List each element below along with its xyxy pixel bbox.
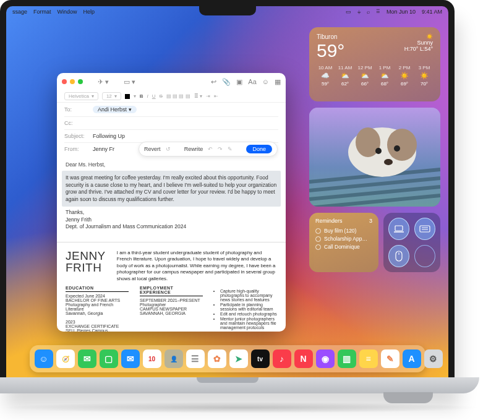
dock-app-facetime[interactable]: ▢ (100, 349, 118, 368)
menu-window[interactable]: Window (58, 9, 77, 15)
dock-app-podcasts[interactable]: ◉ (316, 349, 335, 368)
weather-hi: H:70° (404, 46, 419, 52)
from-value[interactable]: Jenny Fr (93, 146, 114, 152)
reminder-item[interactable]: Scholarship App… (315, 236, 372, 242)
send-icon[interactable]: ✈︎ ▾ (98, 78, 109, 86)
search-icon[interactable]: ⌕ (367, 9, 370, 15)
redo-icon[interactable]: ↷ (218, 146, 223, 152)
photo-image (309, 108, 440, 207)
format-icon[interactable]: Aa (248, 78, 256, 85)
dock: ☺🧭✉▢✉10👤☰✿➤tv♪N◉▥≡✎A⚙ ▣ 🗑️ (30, 345, 425, 372)
dock-app-messages[interactable]: ✉ (78, 349, 96, 368)
header-fields-icon[interactable]: ▭ ▾ (124, 78, 135, 86)
svg-point-8 (375, 148, 382, 154)
dock-app-finder[interactable]: ☺ (35, 349, 53, 368)
signature-dept: Dept. of Journalism and Mass Communicati… (66, 223, 277, 230)
strike-button[interactable]: S (160, 93, 163, 99)
done-button[interactable]: Done (246, 145, 272, 153)
desktop: ssage Format Window Help ▭ ⏚ ⌕ ⠿ Mon Jun… (6, 6, 448, 377)
emoji-icon[interactable]: ☺ (262, 78, 269, 85)
compose-icon[interactable]: ✎ (228, 146, 233, 152)
mail-body[interactable]: Dear Ms. Herbst, It was great meeting fo… (57, 155, 286, 237)
weather-hour: 12 PM⛅66° (356, 65, 374, 87)
sun-icon: ☀️ (404, 33, 433, 40)
weather-hour: 1 PM⛅68° (376, 65, 393, 87)
dock-app-news[interactable]: N (294, 349, 313, 368)
chevron-down-icon[interactable]: ▾ (134, 93, 136, 99)
reply-icon[interactable]: ↩︎ (211, 78, 216, 86)
revert-history-icon[interactable]: ↺ (166, 146, 171, 152)
font-color-swatch[interactable] (125, 94, 130, 99)
link-icon[interactable]: ▣ (236, 78, 242, 86)
reminders-widget[interactable]: Reminders 3 Buy film (120)Scholarship Ap… (309, 213, 378, 272)
reminder-item[interactable]: Buy film (120) (315, 228, 372, 234)
rewrite-button[interactable]: Rewrite (184, 146, 203, 152)
weather-widget[interactable]: Tiburon 59° ☀️ Sunny H:70° L:54° 10 AM☁️… (309, 27, 440, 101)
italic-button[interactable]: I (147, 93, 148, 99)
attach-icon[interactable]: 📎 (222, 78, 231, 86)
wifi-icon[interactable]: ⏚ (357, 9, 361, 15)
to-label: To: (64, 106, 89, 113)
dock-app-contacts[interactable]: 👤 (164, 349, 183, 368)
dock-app-calendar[interactable]: 10 (143, 349, 161, 368)
svg-point-9 (394, 145, 400, 152)
laptop-base (0, 377, 479, 393)
to-field-row[interactable]: To: Andi Herbst ▾ (64, 103, 278, 117)
menu-format[interactable]: Format (33, 9, 51, 15)
cc-field-row[interactable]: Cc: (64, 117, 278, 130)
menu-message[interactable]: ssage (12, 9, 27, 15)
menubar-date[interactable]: Mon Jun 10 (387, 9, 416, 15)
control-center-icon[interactable]: ⠿ (376, 9, 380, 15)
subject-field-row[interactable]: Subject: Following Up (64, 130, 278, 143)
font-size-select[interactable]: 12 ▾ (102, 92, 121, 100)
rewritten-paragraph: It was great meeting for coffee yesterda… (62, 171, 281, 207)
indent-left-button[interactable]: ⇤ (214, 93, 218, 99)
list-button[interactable]: ≣ ▾ (194, 93, 202, 99)
undo-icon[interactable]: ↶ (208, 146, 213, 152)
align-buttons[interactable]: ▤ ▤ ▤ ▤ (166, 93, 190, 99)
dock-app-appstore[interactable]: A (403, 349, 421, 368)
dock-app-tv[interactable]: tv (251, 349, 270, 368)
svg-rect-13 (420, 226, 430, 232)
dock-app-safari[interactable]: 🧭 (56, 349, 75, 368)
battery-icon[interactable]: ▭ (346, 9, 351, 15)
greeting-text: Dear Ms. Herbst, (66, 161, 277, 168)
dock-app-freeform[interactable]: ✎ (381, 349, 399, 368)
menubar-time[interactable]: 9:41 AM (422, 9, 442, 15)
shortcut-empty[interactable] (414, 245, 435, 267)
shortcut-mouse-icon[interactable] (388, 245, 409, 267)
dock-app-photos[interactable]: ✿ (208, 349, 226, 368)
employment-column: EMPLOYMENT EXPERIENCE SEPTEMBER 2021–PRE… (140, 286, 203, 332)
shortcut-laptop-icon[interactable] (388, 218, 409, 240)
minimize-button[interactable] (70, 79, 75, 84)
indent-right-button[interactable]: ⇥ (206, 93, 210, 99)
subject-value[interactable]: Following Up (93, 133, 125, 139)
weather-hour: 3 PM☀️70° (416, 65, 433, 87)
dock-app-reminders[interactable]: ☰ (186, 349, 205, 368)
signature-name: Jenny Frith (66, 216, 277, 223)
from-field-row[interactable]: From: Jenny Fr Revert ↺ Rewrite ↶ ↷ ✎ Do… (64, 143, 278, 155)
resume-attachment[interactable]: JENNY FRITH I am a third-year student un… (57, 242, 286, 283)
underline-button[interactable]: U (152, 93, 156, 99)
window-titlebar[interactable]: ✈︎ ▾ ▭ ▾ ↩︎ 📎 ▣ Aa ☺ ▦ (57, 73, 286, 90)
weather-hour: 11 AM⛅62° (336, 65, 354, 87)
dock-app-maps[interactable]: ➤ (229, 349, 248, 368)
dock-app-settings[interactable]: ⚙ (424, 349, 443, 368)
menu-help[interactable]: Help (83, 9, 95, 15)
bold-button[interactable]: B (140, 93, 143, 99)
reminder-item[interactable]: Call Dominique (315, 244, 372, 250)
dock-app-mail[interactable]: ✉ (121, 349, 140, 368)
font-family-select[interactable]: Helvetica ▾ (64, 92, 98, 100)
shortcuts-widget[interactable] (383, 213, 440, 272)
dock-app-music[interactable]: ♪ (273, 349, 291, 368)
revert-button[interactable]: Revert (144, 146, 161, 152)
close-button[interactable] (62, 79, 67, 84)
photo-icon[interactable]: ▦ (275, 78, 281, 86)
shortcut-keyboard-icon[interactable] (414, 218, 435, 240)
display-notch (199, 6, 256, 15)
photos-widget[interactable] (309, 108, 440, 207)
dock-app-notes[interactable]: ≡ (359, 349, 378, 368)
zoom-button[interactable] (78, 79, 83, 84)
to-recipient-pill[interactable]: Andi Herbst ▾ (93, 106, 137, 113)
dock-app-numbers[interactable]: ▥ (338, 349, 356, 368)
